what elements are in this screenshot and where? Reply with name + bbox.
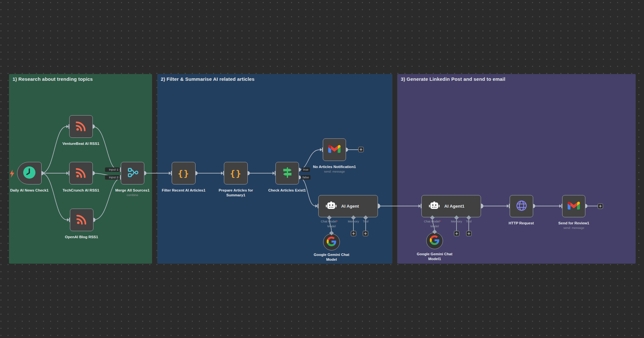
robot-icon — [429, 202, 440, 211]
node-subtitle: send: message — [546, 226, 601, 230]
filter-signpost-icon — [281, 166, 293, 180]
robot-icon — [326, 202, 337, 211]
node-label: Filter Recent AI Articles1 — [156, 188, 211, 193]
gmail-icon — [568, 201, 580, 212]
workflow-canvas[interactable]: 1) Research about trending topics 2) Fil… — [0, 0, 644, 338]
chat-model-port-label: Chat Model* — [316, 220, 343, 223]
gmail-icon — [328, 144, 341, 155]
node-subtitle: combine — [105, 193, 160, 197]
node-send-for-review[interactable] — [562, 195, 585, 217]
node-label: TechCrunch AI RSS1 — [53, 188, 108, 193]
google-g-icon — [327, 237, 336, 248]
node-label: Check Articles Exist1 — [260, 188, 314, 193]
add-tool-plus-button[interactable] — [466, 231, 472, 236]
node-openai-blog-rss[interactable] — [70, 209, 93, 231]
node-label: VentureBeat AI RSS1 — [53, 141, 108, 146]
merge-input1-label: Input 1 — [105, 167, 120, 172]
wire-trigger-venturebeat[interactable] — [42, 127, 66, 173]
rss-icon — [76, 213, 88, 227]
node-prepare-articles[interactable]: {} — [224, 162, 248, 184]
rss-icon — [75, 167, 87, 180]
node-google-gemini-chat-model[interactable] — [323, 234, 340, 250]
model-endpoint-label: Model — [421, 224, 448, 228]
node-techcrunch-rss[interactable] — [69, 162, 93, 184]
node-label: OpenAI Blog RSS1 — [54, 235, 109, 239]
node-no-articles-notification[interactable] — [323, 138, 346, 161]
add-node-plus-button[interactable] — [358, 147, 364, 152]
model-endpoint-label: Model — [318, 224, 345, 228]
node-ai-agent[interactable]: AI Agent — [318, 195, 378, 217]
add-memory-plus-button[interactable] — [454, 231, 459, 236]
wire-openai-merge[interactable] — [93, 179, 118, 220]
node-subtitle: send: message — [307, 170, 362, 173]
code-braces-icon: {} — [230, 168, 242, 178]
branch-label-true: true — [302, 167, 310, 172]
wire-trigger-openai[interactable] — [42, 173, 67, 220]
node-label: No Articles Notification1 — [307, 164, 362, 169]
rss-icon — [75, 120, 87, 133]
merge-icon — [127, 167, 139, 180]
node-label: Google Gemini Chat Model — [304, 252, 359, 262]
node-venturebeat-rss[interactable] — [69, 115, 93, 138]
node-title: AI Agent1 — [444, 204, 465, 209]
branch-label-false: false — [301, 175, 311, 180]
node-label: Prepare Articles for Summary1 — [208, 188, 263, 198]
add-memory-plus-button[interactable] — [351, 231, 356, 236]
node-label: Send for Review1 — [546, 221, 601, 226]
wire-venturebeat-merge[interactable] — [93, 127, 118, 170]
node-label: HTTP Request — [494, 221, 549, 226]
schedule-clock-icon — [23, 166, 36, 181]
google-g-icon — [430, 235, 439, 246]
node-label: Google Gemini Chat Model1 — [407, 252, 462, 261]
chat-model-port-label: Chat Model* — [419, 220, 446, 223]
globe-icon — [515, 200, 528, 213]
merge-input2-label: Input 2 — [105, 175, 120, 180]
trigger-bolt-icon — [9, 170, 15, 179]
node-label: Merge All Sources1 — [105, 188, 160, 193]
node-ai-agent1[interactable]: AI Agent1 — [421, 195, 481, 217]
code-braces-icon: {} — [178, 168, 190, 178]
add-tool-plus-button[interactable] — [363, 231, 368, 236]
node-filter-recent-articles[interactable]: {} — [172, 162, 196, 184]
node-http-request[interactable] — [510, 195, 533, 217]
node-google-gemini-chat-model1[interactable] — [426, 232, 443, 249]
tool-port-label: Tool — [455, 220, 482, 223]
node-daily-ai-news-check[interactable] — [17, 162, 42, 184]
tool-port-label: Tool — [352, 220, 379, 223]
node-title: AI Agent — [341, 204, 359, 209]
node-label: Daily AI News Check1 — [2, 188, 57, 193]
node-merge-all-sources[interactable] — [121, 162, 144, 184]
add-node-plus-button[interactable] — [598, 203, 603, 209]
node-check-articles-exist[interactable] — [275, 162, 299, 184]
